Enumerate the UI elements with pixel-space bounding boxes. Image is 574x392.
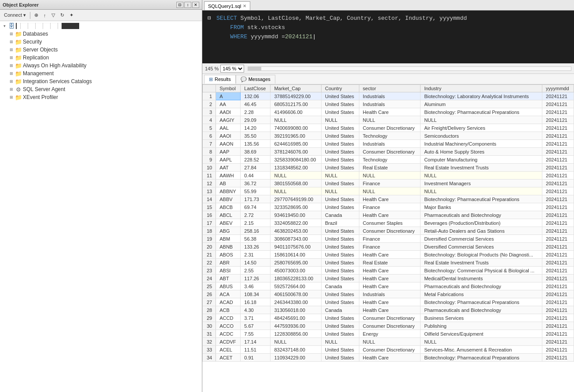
tree-integration-node[interactable]: ⊞ 📁 Integration Services Catalogs xyxy=(0,77,202,85)
row-number[interactable]: 10 xyxy=(203,164,216,172)
cell-yyyymmdd[interactable]: 20241121 xyxy=(542,251,574,259)
tree-management-node[interactable]: ⊞ 📁 Management xyxy=(0,70,202,77)
cell-marketcap[interactable]: 41496606.00 xyxy=(271,108,322,116)
row-number[interactable]: 23 xyxy=(203,267,216,275)
cell-country[interactable]: NULL xyxy=(322,338,359,346)
cell-yyyymmdd[interactable]: 20241121 xyxy=(542,306,574,314)
messages-tab[interactable]: 💬 Messages xyxy=(236,75,275,84)
cell-sector[interactable]: Health Care xyxy=(359,282,420,290)
cell-sector[interactable]: Technology xyxy=(359,132,420,140)
row-number[interactable]: 15 xyxy=(203,203,216,211)
cell-sector[interactable]: Finance xyxy=(359,235,420,243)
cell-yyyymmdd[interactable]: 20241121 xyxy=(542,132,574,140)
cell-industry[interactable]: Biotechnology: Pharmaceutical Preparatio… xyxy=(420,195,542,203)
cell-industry[interactable]: Retail-Auto Dealers and Gas Stations xyxy=(420,227,542,235)
row-number[interactable]: 11 xyxy=(203,172,216,180)
table-row[interactable]: 31ACDC7.551228308856.00United StatesEner… xyxy=(203,330,574,338)
cell-marketcap[interactable]: 180365228133.00 xyxy=(271,275,322,282)
table-row[interactable]: 28ACB4.30313056018.00CanadaHealth CarePh… xyxy=(203,306,574,314)
row-number[interactable]: 32 xyxy=(203,338,216,346)
cell-industry[interactable]: Biotechnology: Pharmaceutical Preparatio… xyxy=(420,354,542,362)
cell-lastclose[interactable]: 3.46 xyxy=(241,282,271,290)
cell-yyyymmdd[interactable]: 20241121 xyxy=(542,338,574,346)
tree-xevent-node[interactable]: ⊞ 📁 XEvent Profiler xyxy=(0,93,202,101)
cell-sector[interactable]: Health Care xyxy=(359,298,420,306)
table-row[interactable]: 11AAWH0.44NULLNULLNULLNULL20241121 xyxy=(203,172,574,180)
cell-lastclose[interactable]: 7.55 xyxy=(241,330,271,338)
cell-industry[interactable]: Real Estate Investment Trusts xyxy=(420,164,542,172)
cell-marketcap[interactable]: 3801550568.00 xyxy=(271,180,322,187)
cell-yyyymmdd[interactable]: 20241121 xyxy=(542,219,574,227)
cell-marketcap[interactable]: NULL xyxy=(271,172,322,180)
cell-industry[interactable]: Biotechnology: Biological Products (No D… xyxy=(420,251,542,259)
cell-industry[interactable]: Aluminum xyxy=(420,100,542,108)
cell-yyyymmdd[interactable]: 20241121 xyxy=(542,187,574,195)
cell-symbol[interactable]: AB xyxy=(216,180,241,187)
cell-country[interactable]: Canada xyxy=(322,282,359,290)
cell-marketcap[interactable]: 934619450.00 xyxy=(271,211,322,219)
row-number[interactable]: 28 xyxy=(203,306,216,314)
cell-symbol[interactable]: AAL xyxy=(216,124,241,132)
cell-symbol[interactable]: AAOI xyxy=(216,132,241,140)
cell-yyyymmdd[interactable]: 20241121 xyxy=(542,346,574,354)
table-row[interactable]: 18ABG258.164638202453.00United StatesCon… xyxy=(203,227,574,235)
cell-symbol[interactable]: AAP xyxy=(216,148,241,156)
cell-symbol[interactable]: ABR xyxy=(216,259,241,267)
cell-marketcap[interactable]: 6805312175.00 xyxy=(271,100,322,108)
col-header-yyyymmdd[interactable]: yyyymmdd xyxy=(542,85,574,92)
row-number[interactable]: 12 xyxy=(203,180,216,187)
cell-marketcap[interactable]: 6244616985.00 xyxy=(271,140,322,148)
row-number[interactable]: 2 xyxy=(203,100,216,108)
cell-marketcap[interactable]: 447593936.00 xyxy=(271,322,322,330)
cell-yyyymmdd[interactable]: 20241121 xyxy=(542,227,574,235)
cell-sector[interactable]: NULL xyxy=(359,338,420,346)
row-number[interactable]: 19 xyxy=(203,235,216,243)
cell-symbol[interactable]: AAON xyxy=(216,140,241,148)
cell-symbol[interactable]: A xyxy=(216,92,241,100)
cell-yyyymmdd[interactable]: 20241121 xyxy=(542,354,574,362)
cell-symbol[interactable]: AADI xyxy=(216,108,241,116)
cell-marketcap[interactable]: 484245691.00 xyxy=(271,314,322,322)
cell-sector[interactable]: Consumer Discretionary xyxy=(359,124,420,132)
cell-industry[interactable]: Semiconductors xyxy=(420,132,542,140)
cell-lastclose[interactable]: 3.71 xyxy=(241,314,271,322)
cell-symbol[interactable]: AA xyxy=(216,100,241,108)
row-number[interactable]: 14 xyxy=(203,195,216,203)
cell-yyyymmdd[interactable]: 20241121 xyxy=(542,211,574,219)
cell-marketcap[interactable]: 3233528695.00 xyxy=(271,203,322,211)
table-row[interactable]: 25ABUS3.46592572664.00CanadaHealth CareP… xyxy=(203,282,574,290)
filter-button[interactable]: ▽ xyxy=(49,11,57,20)
cell-industry[interactable]: Metal Fabrications xyxy=(420,290,542,298)
table-row[interactable]: 3AADI2.2841496606.00United StatesHealth … xyxy=(203,108,574,116)
sql-editor-area[interactable]: ⊟ SELECT Symbol, LastClose, Market_Cap, … xyxy=(202,11,574,63)
cell-symbol[interactable]: ABCB xyxy=(216,203,241,211)
row-number[interactable]: 29 xyxy=(203,314,216,322)
cell-industry[interactable]: Industrial Machinery/Components xyxy=(420,140,542,148)
cell-lastclose[interactable]: 2.15 xyxy=(241,219,271,227)
tree-agent-node[interactable]: ⊞ ⚙ SQL Server Agent xyxy=(0,85,202,93)
cell-industry[interactable]: Oilfield Services/Equipment xyxy=(420,330,542,338)
table-row[interactable]: 29ACCD3.71484245691.00United StatesConsu… xyxy=(203,314,574,322)
cell-industry[interactable]: Services-Misc. Amusement & Recreation xyxy=(420,346,542,354)
table-row[interactable]: 32ACDVF17.14NULLNULLNULLNULL20241121 xyxy=(203,338,574,346)
cell-sector[interactable]: Consumer Discretionary xyxy=(359,346,420,354)
cell-lastclose[interactable]: 2.28 xyxy=(241,108,271,116)
cell-country[interactable]: United States xyxy=(322,275,359,282)
cell-yyyymmdd[interactable]: 20241121 xyxy=(542,172,574,180)
cell-sector[interactable]: NULL xyxy=(359,187,420,195)
tree-alwayson-node[interactable]: ⊞ 📁 Always On High Availability xyxy=(0,62,202,70)
cell-symbol[interactable]: AAWH xyxy=(216,172,241,180)
cell-country[interactable]: NULL xyxy=(322,187,359,195)
cell-marketcap[interactable]: 4061500678.00 xyxy=(271,290,322,298)
row-number[interactable]: 1 xyxy=(203,92,216,100)
cell-yyyymmdd[interactable]: 20241121 xyxy=(542,140,574,148)
cell-yyyymmdd[interactable]: 20241121 xyxy=(542,148,574,156)
cell-yyyymmdd[interactable]: 20241121 xyxy=(542,164,574,172)
cell-industry[interactable]: NULL xyxy=(420,116,542,124)
cell-sector[interactable]: Health Care xyxy=(359,251,420,259)
table-row[interactable]: 21ABOS2.31158610614.00United StatesHealt… xyxy=(203,251,574,259)
cell-country[interactable]: United States xyxy=(322,259,359,267)
cell-yyyymmdd[interactable]: 20241121 xyxy=(542,322,574,330)
cell-marketcap[interactable]: NULL xyxy=(271,187,322,195)
cell-yyyymmdd[interactable]: 20241121 xyxy=(542,156,574,164)
